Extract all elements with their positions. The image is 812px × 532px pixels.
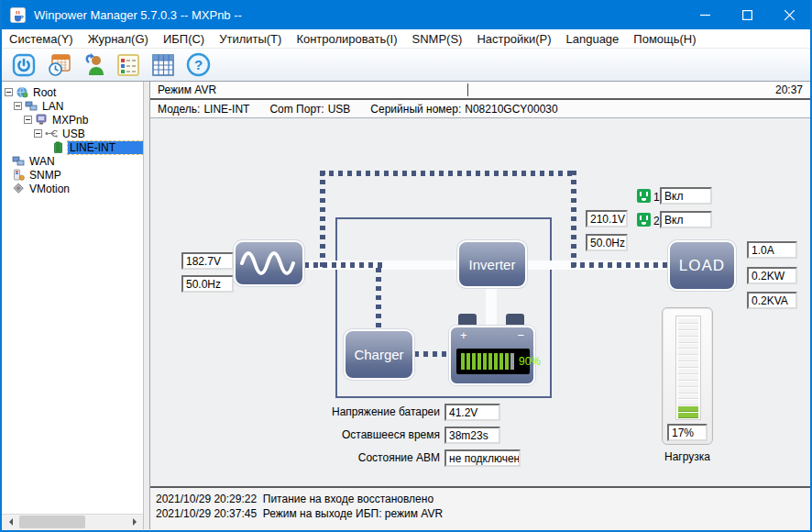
menu-help[interactable]: Помощь(H) xyxy=(626,31,703,47)
menu-log[interactable]: Журнал(G) xyxy=(81,31,156,47)
abm-state-label: Состояние ABM xyxy=(297,451,440,464)
menu-monitor[interactable]: Контролировать(I) xyxy=(289,31,404,47)
battery-unit[interactable]: + − 90% xyxy=(449,314,535,385)
close-button[interactable] xyxy=(768,0,810,29)
user-manager-button[interactable] xyxy=(81,52,106,78)
battery-body: + − 90% xyxy=(449,326,535,385)
schedule-button[interactable] xyxy=(46,52,71,78)
scroll-left-button[interactable] xyxy=(2,515,17,529)
tree-item-line-int[interactable]: LINE-INT xyxy=(2,140,143,154)
tree-item-root[interactable]: Root xyxy=(2,85,143,99)
event-log: 2021/10/29 20:29:22 Питание на входе вос… xyxy=(150,486,810,529)
tree-item-snmp[interactable]: SNMP xyxy=(2,168,143,182)
collapse-icon[interactable] xyxy=(34,129,42,138)
tree-item-mxpnb[interactable]: MXPnb xyxy=(2,113,143,127)
outlet-1-number: 1 xyxy=(653,191,660,204)
collapse-icon[interactable] xyxy=(24,116,32,124)
charge-bar xyxy=(488,353,492,370)
main-panel: Режим AVR 20:37 Модель: LINE-INT Com Пор… xyxy=(150,82,810,529)
data-table-icon xyxy=(151,53,175,77)
menu-system[interactable]: Система(Y) xyxy=(2,31,81,47)
tree-item-label: MXPnb xyxy=(50,114,90,127)
power-button[interactable] xyxy=(11,52,37,78)
minimize-button[interactable] xyxy=(684,0,726,29)
charger-branch-dotted-line xyxy=(376,268,381,329)
content: Root LAN MXPn xyxy=(2,82,810,529)
charger-box[interactable]: Charger xyxy=(344,329,414,380)
charge-bar xyxy=(494,353,498,370)
event-records-button[interactable] xyxy=(115,52,141,78)
menu-ups[interactable]: ИБП(С) xyxy=(156,31,212,47)
tree-item-label: Root xyxy=(31,86,58,99)
power-icon xyxy=(12,53,36,77)
usb-icon xyxy=(45,127,58,139)
output-frequency-field: 50.0Hz xyxy=(586,234,628,251)
tree-item-wan[interactable]: WAN xyxy=(2,154,143,168)
arrow-right-icon xyxy=(133,518,140,526)
tree-item-usb[interactable]: USB xyxy=(2,127,143,140)
menu-utilities[interactable]: Утилиты(Т) xyxy=(212,31,289,47)
maximize-button[interactable] xyxy=(726,0,768,29)
remaining-time-field: 38m23s xyxy=(444,427,500,444)
log-entry: 2021/10/29 20:37:45 Режим на выходе ИБП:… xyxy=(156,506,805,521)
load-gauge: 17% xyxy=(662,307,713,445)
battery-voltage-field: 41.2V xyxy=(444,404,500,421)
tree-item-label: USB xyxy=(60,127,87,140)
scrollbar-thumb[interactable] xyxy=(19,515,85,528)
help-button[interactable]: ? xyxy=(185,52,211,78)
bypass-right-dotted-line xyxy=(571,171,576,268)
maximize-icon xyxy=(742,10,752,20)
outlet-1-status-field: Вкл xyxy=(660,187,712,205)
menubar: Система(Y) Журнал(G) ИБП(С) Утилиты(Т) К… xyxy=(2,29,810,49)
input-voltage-field: 182.7V xyxy=(181,252,234,270)
charge-bar-empty xyxy=(510,353,514,370)
scroll-right-button[interactable] xyxy=(127,515,143,529)
device-tree: Root LAN MXPn xyxy=(2,82,143,195)
tree-item-label: VMotion xyxy=(27,183,71,195)
charge-bar xyxy=(505,353,509,370)
bypass-top-dotted-line xyxy=(320,171,576,176)
remaining-time-label: Оставшееся время xyxy=(297,428,440,441)
tree-item-label: LAN xyxy=(40,100,65,113)
menu-snmp[interactable]: SNMP(S) xyxy=(405,31,470,47)
menu-language[interactable]: Language xyxy=(558,31,626,47)
panel-splitter[interactable] xyxy=(143,82,150,529)
tree-horizontal-scrollbar[interactable] xyxy=(2,514,143,529)
charge-bar xyxy=(499,353,503,370)
com-port-label: Com Порт: xyxy=(269,103,324,116)
input-flow-dotted-line xyxy=(304,262,382,268)
scrollbar-track[interactable] xyxy=(17,515,127,529)
tree-item-label: SNMP xyxy=(27,169,63,182)
svg-text:?: ? xyxy=(193,57,202,72)
outlet-2-icon xyxy=(637,213,651,227)
computer-icon xyxy=(35,114,48,126)
load-gauge-label: Нагрузка xyxy=(643,450,731,463)
collapse-icon[interactable] xyxy=(5,88,13,96)
minus-sign: − xyxy=(517,328,524,342)
output-flow-dotted-line xyxy=(571,262,668,268)
status-divider xyxy=(467,83,468,96)
tree-item-lan[interactable]: LAN xyxy=(2,99,143,113)
load-current-field: 1.0A xyxy=(747,241,797,259)
inverter-box[interactable]: Inverter xyxy=(457,240,527,288)
help-icon: ? xyxy=(186,52,211,77)
charger-label: Charger xyxy=(354,347,403,362)
device-tree-panel: Root LAN MXPn xyxy=(2,82,143,529)
outlet-2-status-field: Вкл xyxy=(660,211,712,228)
arrow-left-icon xyxy=(5,518,13,526)
status-bar: Режим AVR 20:37 xyxy=(150,82,810,100)
tree-item-vmotion[interactable]: VMotion xyxy=(2,182,143,195)
battery-voltage-label: Напряжение батареи xyxy=(297,405,440,418)
model-value: LINE-INT xyxy=(203,103,249,116)
load-percent-field: 17% xyxy=(667,424,708,441)
load-box[interactable]: LOAD xyxy=(668,240,736,291)
user-manager-icon xyxy=(82,52,106,77)
menu-preferences[interactable]: Настройки(P) xyxy=(469,31,558,47)
ups-battery-icon xyxy=(52,141,65,153)
data-table-button[interactable] xyxy=(150,52,176,78)
utility-input-box[interactable] xyxy=(234,240,304,286)
window-title: Winpower Manager 5.7.0.3 -- MXPnb -- xyxy=(34,8,242,22)
collapse-icon[interactable] xyxy=(14,102,22,110)
titlebar: Winpower Manager 5.7.0.3 -- MXPnb -- xyxy=(2,0,810,29)
java-app-icon xyxy=(10,7,26,23)
